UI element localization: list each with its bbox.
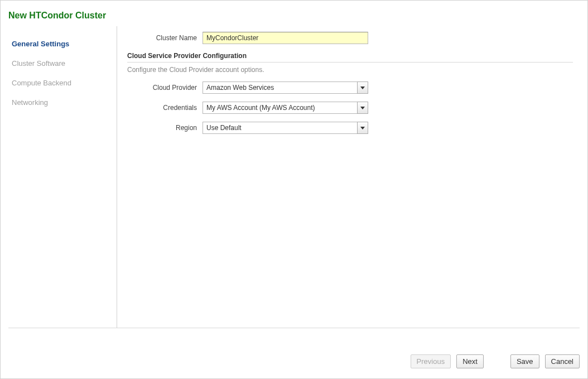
section-desc-cloud-config: Configure the Cloud Provider account opt… xyxy=(127,66,573,74)
wizard-panel: New HTCondor Cluster General Settings Cl… xyxy=(0,0,588,379)
step-label: Networking xyxy=(12,98,48,107)
cluster-name-input[interactable] xyxy=(203,32,368,44)
step-label: Cluster Software xyxy=(12,59,65,68)
caret-down-icon xyxy=(360,107,365,109)
region-value: Use Default xyxy=(203,122,357,134)
wizard-footer: Previous Next Save Cancel xyxy=(411,354,580,368)
credentials-label: Credentials xyxy=(127,104,203,112)
step-networking[interactable]: Networking xyxy=(8,93,117,112)
next-button[interactable]: Next xyxy=(456,354,484,368)
cloud-provider-select[interactable]: Amazon Web Services xyxy=(203,81,368,94)
region-dropdown-button[interactable] xyxy=(357,122,368,134)
step-cluster-software[interactable]: Cluster Software xyxy=(8,54,117,73)
wizard-content: Cluster Name Cloud Service Provider Conf… xyxy=(117,26,580,328)
caret-down-icon xyxy=(360,87,365,89)
save-button[interactable]: Save xyxy=(510,354,539,368)
region-select[interactable]: Use Default xyxy=(203,122,368,134)
step-label: Compute Backend xyxy=(12,79,71,87)
footer-separator xyxy=(8,328,580,328)
cloud-provider-value: Amazon Web Services xyxy=(203,81,357,94)
cloud-provider-dropdown-button[interactable] xyxy=(357,81,368,94)
step-general-settings[interactable]: General Settings xyxy=(8,34,117,54)
wizard-steps-sidebar: General Settings Cluster Software Comput… xyxy=(8,26,117,328)
region-label: Region xyxy=(127,124,203,132)
step-compute-backend[interactable]: Compute Backend xyxy=(8,73,117,93)
caret-down-icon xyxy=(360,127,365,129)
row-region: Region Use Default xyxy=(127,122,573,134)
section-header-cloud-config: Cloud Service Provider Configuration xyxy=(127,52,573,63)
step-label: General Settings xyxy=(12,40,69,48)
credentials-dropdown-button[interactable] xyxy=(357,102,368,114)
page-title: New HTCondor Cluster xyxy=(1,1,587,26)
wizard-body: General Settings Cluster Software Comput… xyxy=(1,26,587,328)
cancel-button[interactable]: Cancel xyxy=(545,354,580,368)
cloud-provider-label: Cloud Provider xyxy=(127,84,203,92)
row-cluster-name: Cluster Name xyxy=(127,32,573,44)
credentials-select[interactable]: My AWS Account (My AWS Account) xyxy=(203,102,368,114)
cluster-name-label: Cluster Name xyxy=(127,34,203,42)
row-credentials: Credentials My AWS Account (My AWS Accou… xyxy=(127,102,573,114)
credentials-value: My AWS Account (My AWS Account) xyxy=(203,102,357,114)
previous-button: Previous xyxy=(411,354,451,368)
row-cloud-provider: Cloud Provider Amazon Web Services xyxy=(127,81,573,94)
